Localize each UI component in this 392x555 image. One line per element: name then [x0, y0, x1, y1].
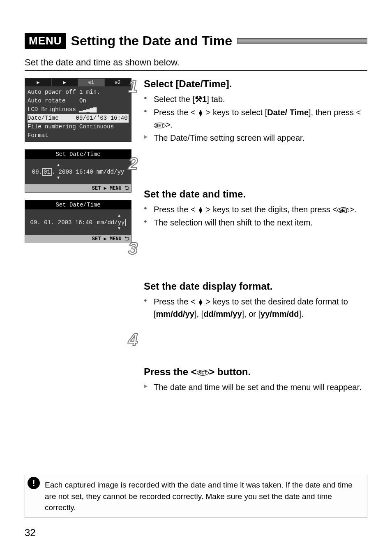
step-number: 2 — [128, 154, 138, 174]
title-bar-decoration — [237, 38, 367, 44]
step-bullets: Press the < ▲▼ > keys to set the digits,… — [144, 203, 367, 229]
step-bullet: Press the < ▲▼ > keys to select [Date/ T… — [144, 106, 367, 131]
step-number: 4 — [128, 330, 138, 350]
caution-icon: ! — [28, 477, 40, 489]
step-1: 1Select [Date/Time].Select the [⚒1] tab.… — [144, 78, 367, 144]
content-area: ▶▶⚒1⚒2 Auto power off 1 min.Auto rotate … — [25, 78, 367, 393]
step-bullet: The selection will then shift to the nex… — [144, 216, 367, 229]
menu-badge: MENU — [25, 33, 66, 49]
steps-column: 1Select [Date/Time].Select the [⚒1] tab.… — [144, 78, 367, 393]
lcd-tab: ▶ — [52, 79, 78, 86]
step-2: 2Set the date and time.Press the < ▲▼ > … — [144, 156, 367, 229]
step-bullet: Press the < ▲▼ > keys to set the digits,… — [144, 203, 367, 216]
step-4: 4Press the <SET> button.The date and tim… — [144, 332, 367, 393]
lcd-set2-line: ▲ 09. 01. 2003 16:40 mm/dd/yy ▼ — [25, 209, 131, 230]
lcd-set1-title: Set Date/Time — [25, 150, 131, 159]
arrow-down-icon: ▼ — [118, 226, 120, 231]
step-heading: Press the <SET> button. — [144, 366, 367, 378]
caution-box: ! Each captured image is recorded with t… — [25, 475, 367, 518]
lcd-screenshot-menu: ▶▶⚒1⚒2 Auto power off 1 min.Auto rotate … — [25, 78, 131, 142]
lcd-menu-row: Auto rotate On — [28, 97, 129, 105]
lcd-menu-row: Auto power off 1 min. — [28, 88, 129, 97]
step-bullets: The date and time will be set and the me… — [144, 381, 367, 393]
lcd-tab: ▶ — [25, 79, 52, 86]
step-heading: Select [Date/Time]. — [144, 78, 367, 90]
step-bullets: Press the < ▲▼ > keys to set the desired… — [144, 295, 367, 320]
lcd-screenshot-set-date-2: Set Date/Time ▲ 09. 01. 2003 16:40 mm/dd… — [25, 200, 131, 243]
step-bullet: Select the [⚒1] tab. — [144, 93, 367, 105]
arrow-up-icon: ▲ — [118, 214, 120, 218]
lcd-set1-footer: SET ▶ MENU ⮌ — [25, 179, 131, 192]
lcd-menu-row: File numbering Continuous — [28, 123, 129, 131]
step-number: 3 — [128, 239, 138, 258]
step-3: 3Set the date display format.Press the <… — [144, 240, 367, 320]
lcd-set2-footer: SET ▶ MENU ⮌ — [25, 230, 131, 243]
step-bullet: Press the < ▲▼ > keys to set the desired… — [144, 295, 367, 320]
intro-text: Set the date and time as shown below. — [25, 57, 367, 71]
lcd-screenshot-set-date-1: Set Date/Time ▲ 09.01. 2003 16:40 mm/dd/… — [25, 149, 131, 193]
lcd-set2-title: Set Date/Time — [25, 200, 131, 209]
caution-text: Each captured image is recorded with the… — [45, 481, 353, 512]
lcd-menu-row: LCD Brightness ▂▃▄▅▆ — [28, 105, 129, 114]
lcd-column: ▶▶⚒1⚒2 Auto power off 1 min.Auto rotate … — [25, 78, 131, 243]
lcd-set1-line: ▲ 09.01. 2003 16:40 mm/dd/yy ▼ — [25, 159, 131, 179]
lcd-menu-row: Date/Time 09/01/'03 16:40 — [28, 114, 129, 123]
lcd-menu-row: Format — [28, 131, 129, 140]
arrow-up-icon: ▲ — [57, 163, 60, 167]
arrow-down-icon: ▼ — [57, 176, 60, 180]
lcd-tab: ⚒1 — [78, 79, 105, 86]
step-bullet: The date and time will be set and the me… — [144, 381, 367, 393]
page-number: 32 — [25, 527, 36, 539]
step-heading: Set the date and time. — [144, 188, 367, 200]
step-number: 1 — [128, 77, 138, 96]
page-header: MENU Setting the Date and Time — [25, 33, 367, 49]
page-title: Setting the Date and Time — [71, 33, 232, 49]
step-heading: Set the date display format. — [144, 281, 367, 292]
step-bullet: The Date/Time setting screen will appear… — [144, 132, 367, 144]
lcd-tab: ⚒2 — [105, 79, 131, 86]
step-bullets: Select the [⚒1] tab.Press the < ▲▼ > key… — [144, 93, 367, 144]
